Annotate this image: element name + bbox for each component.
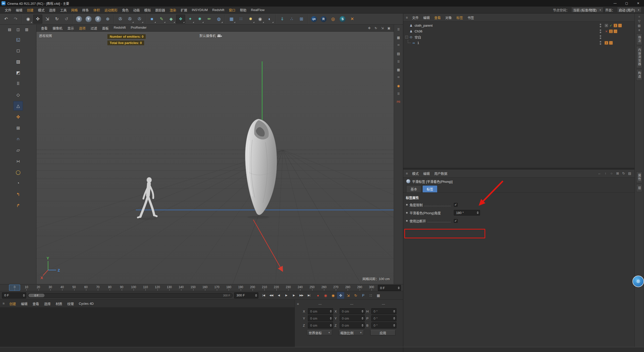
menubar-item-11[interactable]: 角色 bbox=[120, 7, 131, 13]
panel-menu-icon[interactable]: ≡ bbox=[406, 171, 408, 175]
menubar-item-13[interactable]: 模拟 bbox=[142, 7, 153, 13]
goto-start-button[interactable]: |◀ bbox=[260, 292, 267, 299]
orange-dots-tag-icon[interactable]: ∷ bbox=[618, 24, 622, 27]
object-manager-menu-5[interactable]: 标签 bbox=[454, 14, 465, 21]
subdivision-surface-button[interactable]: ◍ bbox=[214, 15, 223, 24]
menubar-item-17[interactable]: INSYDIUM bbox=[189, 7, 210, 13]
viewport-menu-7[interactable]: Redshift bbox=[111, 25, 128, 31]
viewport-canvas[interactable]: Y Z X 透视视图 默认摄像机 bbox=[36, 32, 394, 284]
visibility-dots[interactable] bbox=[599, 41, 602, 45]
dock-grid-8-button[interactable]: ⠿ bbox=[395, 91, 402, 97]
make-editable-button[interactable]: ◱ bbox=[13, 35, 23, 44]
object-manager-menu-1[interactable]: 文件 bbox=[410, 14, 421, 21]
add-cube-button[interactable]: ■ bbox=[147, 15, 156, 24]
camera-button[interactable]: ◉ bbox=[256, 15, 265, 24]
lock-icon[interactable]: ⊠ bbox=[615, 171, 620, 175]
object-row-Ch36[interactable]: ♟Ch36✕╳∷ bbox=[403, 28, 634, 34]
live-selection-button[interactable]: ◉ bbox=[24, 15, 33, 24]
dock-grid-5-button[interactable]: ⠿ bbox=[395, 58, 402, 65]
material-menu-4[interactable]: 选择 bbox=[42, 300, 53, 307]
panel-menu-icon[interactable]: ≡ bbox=[406, 16, 408, 20]
menubar-item-5[interactable]: 选择 bbox=[47, 7, 58, 13]
render-settings-button[interactable]: ✇ bbox=[135, 15, 144, 24]
xp-modifier-button[interactable]: ✸ bbox=[195, 15, 204, 24]
coordinate-space-dropdown[interactable]: 世界坐标▼ bbox=[307, 330, 332, 335]
expander-icon[interactable]: − bbox=[405, 36, 408, 38]
next-frame-button[interactable]: ▶ bbox=[290, 292, 298, 299]
maximize-button[interactable]: ▢ bbox=[621, 0, 632, 7]
close-button[interactable]: ✕ bbox=[632, 0, 644, 7]
viewport-menu-4[interactable]: 选项 bbox=[76, 25, 88, 31]
pan-view-icon[interactable]: ✜ bbox=[367, 25, 372, 31]
plugin-xparticles-button[interactable]: ✕ bbox=[348, 15, 357, 24]
cross-tag-icon[interactable]: ✕ bbox=[605, 29, 608, 33]
next-key-button[interactable]: ▶▶ bbox=[298, 292, 305, 299]
material-menu-7[interactable]: Cycles 4D bbox=[76, 301, 96, 306]
animation-dot[interactable] bbox=[406, 220, 408, 222]
zoom-view-icon[interactable]: ⇲ bbox=[380, 25, 385, 31]
field-spinner[interactable] bbox=[360, 317, 364, 320]
orange-dots-tag-icon[interactable]: ∷ bbox=[609, 41, 613, 45]
edges-mode-button[interactable]: ◇ bbox=[13, 90, 23, 100]
search-icon[interactable]: ○ bbox=[609, 171, 614, 175]
coord-field-Y[interactable]: 0 cm bbox=[308, 315, 333, 321]
cloner-button[interactable]: ∷ bbox=[236, 15, 246, 24]
orange-tag-icon[interactable]: ╳ bbox=[614, 24, 617, 27]
panel-menu-icon[interactable]: ▤ bbox=[627, 171, 632, 175]
viewport-menu-6[interactable]: 面板 bbox=[100, 25, 111, 31]
menubar-item-8[interactable]: 样条 bbox=[80, 7, 91, 13]
field-spinner[interactable] bbox=[329, 310, 332, 313]
material-menu-2[interactable]: 编辑 bbox=[19, 300, 30, 307]
attribute-menu-3[interactable]: 用户数据 bbox=[432, 170, 450, 177]
field-spinner[interactable] bbox=[329, 324, 332, 327]
record-position-button[interactable]: ✜ bbox=[337, 292, 344, 299]
record-rotation-button[interactable]: ↻ bbox=[352, 292, 359, 299]
field-spinner[interactable] bbox=[392, 310, 395, 313]
object-manager-menu-6[interactable]: 书签 bbox=[465, 14, 476, 21]
panel-menu-icon[interactable]: ≡ bbox=[297, 302, 299, 306]
menubar-item-21[interactable]: RealFlow bbox=[249, 7, 267, 13]
plugin-qr-button[interactable]: QR bbox=[309, 15, 318, 24]
field-spinner[interactable] bbox=[360, 324, 364, 327]
keyframe-presets-button[interactable]: ▦ bbox=[375, 292, 382, 299]
points-mode-button[interactable]: ⠿ bbox=[13, 79, 23, 89]
material-menu-3[interactable]: 查看 bbox=[30, 300, 41, 307]
current-frame-field[interactable]: 0 F bbox=[378, 285, 401, 291]
range-slider-handle[interactable]: 0 F bbox=[28, 294, 45, 297]
menubar-item-18[interactable]: Redshift bbox=[210, 7, 227, 13]
object-manager-menu-2[interactable]: 编辑 bbox=[421, 14, 432, 21]
snap-settings-button[interactable]: ∩ bbox=[13, 134, 23, 144]
object-row-空白[interactable]: −⊙空白 bbox=[403, 34, 634, 40]
interface-dropdown[interactable]: 启动 (用户)▼ bbox=[617, 8, 641, 13]
play-forward-button[interactable]: ▶ bbox=[283, 292, 290, 299]
undo-button[interactable]: ↶ bbox=[2, 15, 11, 24]
environment-button[interactable]: ◐ bbox=[265, 15, 274, 24]
field-spinner[interactable] bbox=[254, 294, 257, 297]
panel-bookmark-icon[interactable]: ▤ bbox=[638, 24, 640, 27]
menubar-item-15[interactable]: 渲染 bbox=[167, 7, 178, 13]
viewport-menu-3[interactable]: 显示 bbox=[65, 25, 76, 31]
menubar-item-1[interactable]: 文件 bbox=[3, 7, 14, 13]
field-spinner[interactable] bbox=[396, 287, 400, 289]
checkbox-checked[interactable]: ✓ bbox=[454, 219, 458, 223]
animation-dot[interactable] bbox=[406, 212, 408, 214]
field-spinner[interactable] bbox=[22, 294, 25, 297]
node-space-dropdown[interactable]: 当前 (标准/物理)▼ bbox=[571, 8, 603, 13]
prev-key-button[interactable]: ◀◀ bbox=[267, 292, 275, 299]
visibility-dots[interactable] bbox=[599, 35, 602, 39]
help-badge[interactable]: ❊ bbox=[632, 276, 644, 287]
toggle-view-icon[interactable]: ▣ bbox=[386, 25, 392, 31]
menubar-item-20[interactable]: 帮助 bbox=[238, 7, 249, 13]
coord-field-Z[interactable]: 0 cm bbox=[308, 322, 333, 328]
rotate-button[interactable]: ↻ bbox=[52, 15, 61, 24]
attribute-menu-1[interactable]: 模式 bbox=[410, 170, 421, 177]
brush-tool-button[interactable]: ◔ bbox=[13, 179, 23, 188]
material-menu-5[interactable]: 材质 bbox=[53, 300, 64, 307]
green-tag-icon[interactable]: ✓ bbox=[609, 24, 613, 27]
animation-dot[interactable] bbox=[406, 204, 408, 206]
orange-tag-icon[interactable]: ╳ bbox=[605, 41, 608, 45]
goto-end-button[interactable]: ▶| bbox=[305, 292, 313, 299]
spline-pen-button[interactable]: ✏ bbox=[205, 15, 214, 24]
field-spinner[interactable] bbox=[475, 211, 479, 214]
coord-field-X[interactable]: 0 cm bbox=[308, 308, 333, 314]
